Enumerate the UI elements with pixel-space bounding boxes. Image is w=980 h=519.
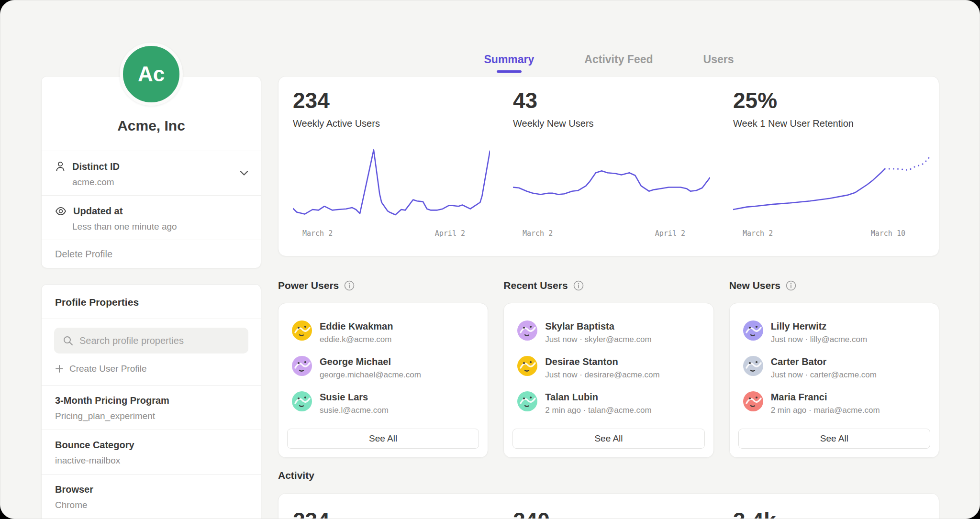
activity-card: 234 240 3.4k — [278, 493, 939, 519]
recent-users-section: Recent Users Skylar Baptista Just now · … — [503, 279, 713, 458]
stat-label: Weekly New Users — [513, 118, 719, 129]
profile-properties-title: Profile Properties — [55, 297, 139, 308]
section-title: New Users — [729, 280, 780, 291]
user-row[interactable]: Eddie Kwakman eddie.k@acme.com — [278, 315, 488, 350]
user-avatar — [517, 320, 537, 341]
profile-properties-search[interactable]: Search profile properties — [54, 328, 248, 353]
user-avatar — [517, 391, 537, 411]
updated-at-value: Less than one minute ago — [72, 221, 247, 232]
stat-number: 234 — [293, 89, 499, 112]
stat-number: 43 — [513, 89, 719, 112]
info-icon[interactable] — [344, 280, 355, 291]
user-subtext: Just now · lilly@acme.com — [771, 334, 867, 344]
user-row[interactable]: Maria Franci 2 min ago · maria@acme.com — [730, 386, 939, 421]
distinct-id-value: acme.com — [72, 177, 247, 188]
x-tick: March 2 — [523, 229, 553, 238]
user-subtext: 2 min ago · talan@acme.com — [545, 405, 651, 415]
stat-number: 240 — [513, 509, 719, 519]
user-avatar — [517, 356, 537, 376]
see-all-button[interactable]: See All — [287, 429, 479, 449]
user-row[interactable]: Carter Bator Just now · carter@acme.com — [730, 350, 939, 386]
new-users-card: Lilly Herwitz Just now · lilly@acme.com … — [729, 303, 939, 458]
tab-summary[interactable]: Summary — [484, 53, 535, 73]
power-users-section: Power Users Eddie Kwakman eddie.k@acme.c… — [278, 279, 488, 458]
power-users-card: Eddie Kwakman eddie.k@acme.com George Mi… — [278, 303, 488, 458]
weekly-active-users-stat: 234 Weekly Active Users March 2 April 2 — [278, 77, 499, 256]
retention-chart — [733, 147, 930, 217]
user-row[interactable]: Talan Lubin 2 min ago · talan@acme.com — [504, 386, 713, 421]
distinct-id-label: Distinct ID — [72, 161, 120, 172]
company-name: Acme, Inc — [117, 118, 185, 134]
user-subtext: Just now · desirare@acme.com — [545, 370, 659, 380]
tab-bar: Summary Activity Feed Users — [278, 53, 940, 73]
property-value: Pricing_plan_experiment — [55, 410, 247, 422]
user-row[interactable]: Lilly Herwitz Just now · lilly@acme.com — [730, 315, 939, 350]
see-all-button[interactable]: See All — [738, 429, 930, 449]
weekly-new-users-stat: 43 Weekly New Users March 2 April 2 — [499, 77, 719, 256]
user-subtext: george.michael@acme.com — [320, 370, 421, 380]
weekly-active-users-chart — [293, 147, 490, 217]
user-name: Lilly Herwitz — [771, 320, 867, 332]
stat-label: Weekly Active Users — [293, 118, 499, 129]
updated-at-row: Updated at Less than one minute ago — [42, 195, 261, 240]
activity-stat: 3.4k — [719, 494, 939, 519]
info-icon[interactable] — [573, 280, 584, 291]
user-name: Carter Bator — [771, 356, 877, 367]
x-tick: April 2 — [435, 229, 465, 238]
user-sections: Power Users Eddie Kwakman eddie.k@acme.c… — [278, 279, 939, 458]
section-title: Power Users — [278, 280, 339, 291]
activity-section-title: Activity — [278, 470, 314, 481]
user-avatar — [292, 391, 312, 411]
updated-at-label: Updated at — [73, 205, 122, 217]
delete-profile-button[interactable]: Delete Profile — [42, 240, 261, 268]
see-all-button[interactable]: See All — [512, 429, 704, 449]
user-row[interactable]: Desirae Stanton Just now · desirare@acme… — [504, 350, 713, 386]
property-row[interactable]: Bounce Category inactive-mailbox — [42, 430, 261, 474]
property-row[interactable]: Browser Chrome — [42, 474, 261, 519]
user-name: Maria Franci — [771, 391, 880, 403]
stat-number: 3.4k — [733, 509, 939, 519]
chevron-down-icon[interactable] — [240, 171, 248, 176]
search-placeholder: Search profile properties — [79, 335, 184, 346]
x-tick: March 2 — [743, 229, 773, 238]
user-subtext: 2 min ago · maria@acme.com — [771, 405, 880, 415]
x-tick: March 10 — [871, 229, 905, 238]
user-avatar — [743, 356, 763, 376]
stat-label: Week 1 New User Retention — [733, 118, 939, 129]
user-subtext: Just now · carter@acme.com — [771, 370, 877, 380]
user-row[interactable]: Skylar Baptista Just now · skyler@acme.c… — [504, 315, 713, 350]
divider — [42, 319, 261, 319]
tab-activity-feed[interactable]: Activity Feed — [584, 53, 653, 73]
stat-number: 25% — [733, 89, 939, 112]
user-subtext: Just now · skyler@acme.com — [545, 334, 651, 344]
new-users-section: New Users Lilly Herwitz Just now · lilly… — [729, 279, 939, 458]
property-row[interactable]: 3-Month Pricing Program Pricing_plan_exp… — [42, 385, 261, 430]
distinct-id-row[interactable]: Distinct ID acme.com — [42, 151, 261, 195]
retention-stat: 25% Week 1 New User Retention March 2 Ma… — [719, 77, 939, 256]
activity-stat: 240 — [499, 494, 719, 519]
user-row[interactable]: Susie Lars susie.l@acme.com — [278, 386, 488, 421]
recent-users-card: Skylar Baptista Just now · skyler@acme.c… — [503, 303, 713, 458]
plus-icon — [55, 364, 64, 373]
summary-stats-card: 234 Weekly Active Users March 2 April 2 … — [278, 76, 939, 256]
main-content: Summary Activity Feed Users 234 Weekly A… — [278, 0, 940, 519]
user-subtext: susie.l@acme.com — [320, 405, 389, 415]
company-avatar: Ac — [120, 43, 183, 106]
user-avatar — [292, 320, 312, 341]
x-tick: March 2 — [302, 229, 333, 238]
property-value: inactive-mailbox — [55, 455, 247, 466]
user-avatar — [743, 391, 763, 411]
user-row[interactable]: George Michael george.michael@acme.com — [278, 350, 488, 386]
user-avatar — [743, 320, 763, 341]
user-avatar — [292, 356, 312, 376]
profile-properties-card: Profile Properties Search profile proper… — [41, 284, 261, 519]
user-name: Desirae Stanton — [545, 356, 659, 367]
property-name: Browser — [55, 484, 247, 495]
user-name: Susie Lars — [320, 391, 389, 403]
tab-users[interactable]: Users — [703, 53, 734, 73]
app-window: Ac Acme, Inc Distinct ID acme.com — [0, 0, 980, 519]
create-user-profile-button[interactable]: Create User Profile — [55, 363, 247, 375]
company-avatar-initials: Ac — [138, 62, 165, 86]
create-user-profile-label: Create User Profile — [69, 363, 147, 375]
info-icon[interactable] — [786, 280, 796, 291]
